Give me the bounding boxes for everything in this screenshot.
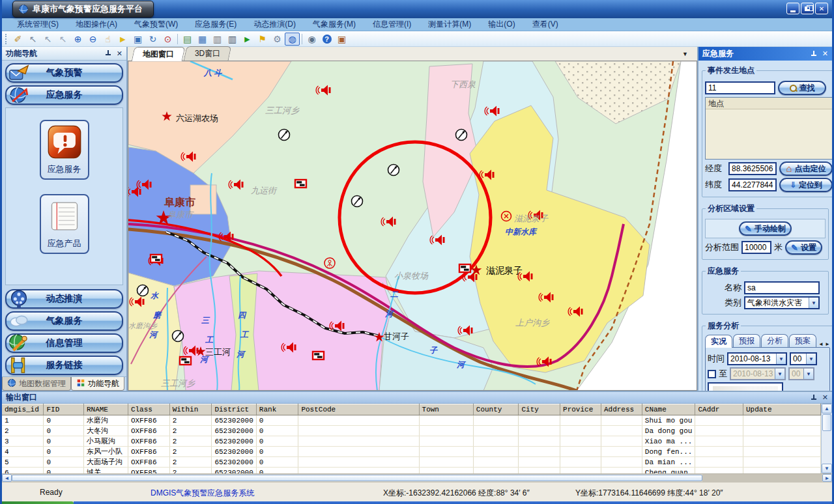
analysis-tab-分析[interactable]: 分析 <box>761 334 788 347</box>
globe-icon[interactable]: ◍ <box>285 33 300 46</box>
menu-item-8[interactable]: 测量计算(M) <box>420 18 480 31</box>
location-list[interactable]: 地点 <box>705 97 832 160</box>
help-icon[interactable]: ? <box>319 33 334 46</box>
column-header-FID[interactable]: FID <box>44 404 84 415</box>
manual-draw-button[interactable]: ✎ 手动绘制 <box>739 221 792 236</box>
nav-group-lower-1[interactable]: 气象服务 <box>5 311 123 331</box>
scroll-up-icon[interactable]: ▲ <box>822 404 832 413</box>
map-tab-1[interactable]: 地图窗口 <box>132 47 186 61</box>
horizontal-scrollbar[interactable]: ◄ ► <box>2 473 832 482</box>
table-row[interactable]: 10水磨沟OXFF8626523020000Shui mo gou <box>2 415 821 426</box>
service-type-select[interactable]: 气象和洪水灾害 ▼ <box>744 296 820 309</box>
restore-button[interactable] <box>801 3 814 14</box>
range-input[interactable] <box>741 241 771 254</box>
column-header-County[interactable]: County <box>473 404 519 415</box>
column-header-CAddr[interactable]: CAddr <box>695 404 743 415</box>
menu-item-7[interactable]: 信息管理(I) <box>364 18 420 31</box>
select-free-icon[interactable]: ↖ <box>55 33 70 46</box>
vertical-scrollbar[interactable]: ▲ ▼ <box>821 404 832 473</box>
select-polygon-icon[interactable]: ↖ <box>25 33 40 46</box>
nav-item-应急服务[interactable]: 应急服务 <box>40 120 89 180</box>
column-header-Rank[interactable]: Rank <box>256 404 298 415</box>
table-row[interactable]: 50大面场子沟OXFF8626523020000Da mian ... <box>2 457 821 468</box>
map-svg[interactable]: 六运湖农场三工河乡下西泉九运街阜康市阜康市滋泥泉子中新水库滋泥泉子小泉牧场上户沟… <box>128 61 697 391</box>
column-header-Address[interactable]: Address <box>601 404 642 415</box>
scroll-down-icon[interactable]: ▼ <box>822 464 832 473</box>
column-header-Within[interactable]: Within <box>169 404 212 415</box>
print-preview-icon[interactable]: ▥ <box>225 33 240 46</box>
minimize-button[interactable] <box>786 3 799 14</box>
menu-item-5[interactable]: 动态推演(D) <box>245 18 304 31</box>
green-arrow-icon[interactable]: ► <box>240 33 255 46</box>
refresh-icon[interactable]: ↻ <box>145 33 160 46</box>
set-range-button[interactable]: ✎ 设置 <box>785 240 822 255</box>
scroll-left-icon[interactable]: ◄ <box>2 474 12 482</box>
column-header-PostCode[interactable]: PostCode <box>298 404 419 415</box>
menu-item-3[interactable]: 气象预警(W) <box>126 18 186 31</box>
nav-group-lower-3[interactable]: 服务链接 <box>5 356 123 375</box>
place-pin-icon[interactable]: ⚑ <box>255 33 270 46</box>
full-extent-icon[interactable]: ▣ <box>130 33 145 46</box>
menu-item-10[interactable]: 查看(V) <box>524 18 567 31</box>
close-icon[interactable]: ✕ <box>115 49 124 58</box>
zoom-in-icon[interactable]: ⊕ <box>70 33 85 46</box>
column-header-Update[interactable]: Update <box>743 404 820 415</box>
column-header-dmgis_id[interactable]: dmgis_id <box>2 404 44 415</box>
column-header-Class[interactable]: Class <box>128 404 169 415</box>
panel-tab-2[interactable]: 功能导航 <box>71 377 124 391</box>
table-row[interactable]: 30小马厩沟OXFF8626523020000Xiao ma ... <box>2 436 821 447</box>
close-icon[interactable]: ✕ <box>821 393 829 402</box>
search-button[interactable]: 查找 <box>778 81 826 95</box>
analysis-tab-预报[interactable]: 预报 <box>733 334 760 347</box>
longitude-input[interactable] <box>728 162 777 175</box>
analysis-tab-预案[interactable]: 预案 <box>789 334 816 347</box>
pointer-icon[interactable]: ► <box>115 33 130 46</box>
chevron-down-icon[interactable]: ▼ <box>776 354 786 364</box>
column-header-RNAME[interactable]: RNAME <box>83 404 128 415</box>
close-icon[interactable]: ✕ <box>821 49 829 58</box>
element-list[interactable]: 降水空气温度 ▲ <box>708 382 783 391</box>
column-header-Town[interactable]: Town <box>419 404 473 415</box>
click-locate-button[interactable]: ⌂ 点击定位 <box>779 161 832 176</box>
nav-group-0[interactable]: 气象预警 <box>5 63 123 83</box>
pin-icon[interactable] <box>105 50 111 57</box>
chevron-down-icon[interactable]: ▼ <box>803 369 813 379</box>
tab-scroll-left-icon[interactable]: ◄ <box>818 341 824 347</box>
pin-icon[interactable] <box>811 51 817 57</box>
nav-group-1[interactable]: 应急服务 <box>5 85 123 105</box>
menu-item-1[interactable]: 系统管理(S) <box>8 18 67 31</box>
scroll-thumb[interactable] <box>12 475 702 481</box>
menu-item-4[interactable]: 应急服务(E) <box>186 18 245 31</box>
eye-icon[interactable]: ◉ <box>304 33 319 46</box>
zoom-out-icon[interactable]: ⊖ <box>85 33 100 46</box>
column-header-City[interactable]: City <box>519 404 560 415</box>
export-map-icon[interactable]: ▤ <box>180 33 195 46</box>
scene-image-icon[interactable]: ▣ <box>334 33 349 46</box>
chevron-down-icon[interactable]: ▼ <box>806 354 816 364</box>
tab-scroll-right-icon[interactable]: ► <box>825 341 830 347</box>
service-name-input[interactable] <box>744 281 820 294</box>
identify-icon[interactable]: ⊙ <box>160 33 175 46</box>
chevron-down-icon[interactable]: ▼ <box>775 369 784 379</box>
panel-tab-1[interactable]: 地图数据管理 <box>2 377 71 391</box>
latitude-input[interactable] <box>728 178 777 191</box>
close-button[interactable]: ✕ <box>815 3 828 14</box>
column-header-District[interactable]: District <box>212 404 256 415</box>
column-header-CName[interactable]: CName <box>642 404 695 415</box>
map-canvas[interactable]: 六运湖农场三工河乡下西泉九运街阜康市阜康市滋泥泉子中新水库滋泥泉子小泉牧场上户沟… <box>128 61 697 391</box>
nav-group-lower-0[interactable]: 动态推演 <box>5 289 123 309</box>
table-row[interactable]: 40东风一小队OXFF8626523020000Dong fen... <box>2 447 821 457</box>
date-to-select[interactable]: 2010-08-13 ▼ <box>730 367 786 380</box>
goto-location-button[interactable]: ⇓ 定位到 <box>779 178 832 192</box>
measure-icon[interactable]: ✐ <box>10 33 25 46</box>
pan-hand-icon[interactable]: ☝ <box>100 33 115 46</box>
settings-gear-icon[interactable]: ⚙ <box>270 33 285 46</box>
location-search-input[interactable] <box>705 81 775 94</box>
table-row[interactable]: 20大冬沟OXFF8626523020000Da dong gou <box>2 426 821 436</box>
menu-item-6[interactable]: 气象服务(M) <box>304 18 364 31</box>
menu-item-2[interactable]: 地图操作(A) <box>67 18 126 31</box>
scroll-right-icon[interactable]: ► <box>822 474 832 482</box>
scroll-thumb[interactable] <box>822 414 831 431</box>
date-select[interactable]: 2010-08-13 ▼ <box>727 352 787 365</box>
menu-item-9[interactable]: 输出(O) <box>480 18 523 31</box>
